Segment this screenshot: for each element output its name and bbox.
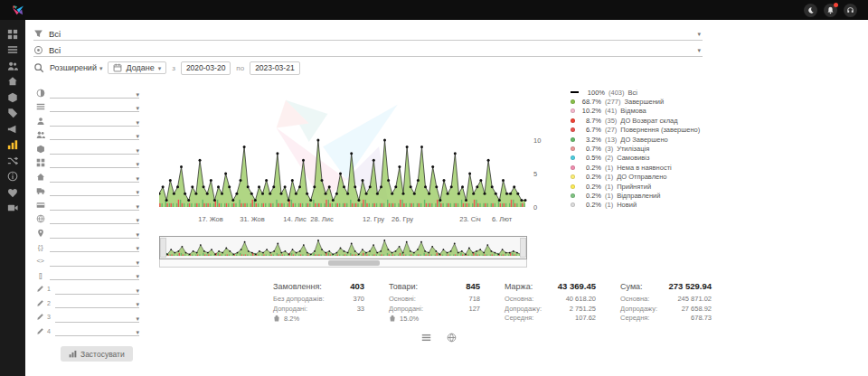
- filter-region-field[interactable]: ▾: [50, 213, 139, 224]
- filter-custom-field-4[interactable]: 4▾: [35, 324, 139, 339]
- legend-item[interactable]: 0.2%(1)Нема в наявності: [571, 163, 700, 172]
- filter-delivery-field[interactable]: ▾: [50, 185, 139, 196]
- scrollbar-thumb[interactable]: [328, 260, 380, 266]
- filter-custom-2-field[interactable]: ▾: [50, 256, 139, 267]
- stat-subrow: Допродані:33: [273, 305, 364, 315]
- nav-favorites[interactable]: [5, 186, 21, 198]
- legend-item[interactable]: 0.7%(3)Утилізація: [571, 144, 700, 153]
- status-icon: [35, 89, 45, 98]
- nav-clients[interactable]: [5, 60, 21, 71]
- filter-custom-field-1-field[interactable]: ▾: [55, 284, 139, 295]
- svg-text:14. Лис: 14. Лис: [283, 215, 307, 223]
- custom-field-number: 1: [47, 286, 51, 292]
- legend-item[interactable]: 8.7%(35)ДО Возврат склад: [571, 116, 700, 125]
- filter-category[interactable]: ▾: [35, 156, 139, 171]
- search-icon[interactable]: [33, 62, 44, 73]
- brush-handle-left[interactable]: [160, 238, 166, 258]
- filter-delivery[interactable]: ▾: [35, 184, 139, 199]
- pencil-icon: [35, 327, 45, 335]
- filter-custom-1-field[interactable]: ▾: [50, 241, 139, 252]
- legend-item[interactable]: 0.2%(1)Новий: [571, 201, 700, 210]
- filter-warehouse-field[interactable]: ▾: [50, 172, 139, 183]
- filter-status[interactable]: ▾: [35, 86, 139, 100]
- filter-manager-field[interactable]: ▾: [50, 116, 139, 127]
- legend-item[interactable]: 0.2%(1)Прийнятий: [571, 182, 700, 191]
- search-mode-select[interactable]: Розширений ▾: [50, 63, 102, 72]
- chevron-down-icon: ▾: [136, 175, 139, 182]
- chevron-down-icon: ▾: [136, 329, 139, 335]
- chevron-down-icon: ▾: [99, 65, 103, 71]
- stat-margin: Маржа:43 369.45Основна:40 618.20Допродаж…: [505, 281, 596, 324]
- filter-group[interactable]: ▾: [35, 128, 139, 143]
- orders-chart[interactable]: 17. Жов31. Жов14. Лис28. Лис12. Гру26. Г…: [159, 86, 561, 230]
- nav-marketing[interactable]: [5, 123, 21, 135]
- box-icon: [7, 92, 18, 103]
- notifications-button[interactable]: [824, 4, 837, 17]
- nav-statistics[interactable]: [5, 139, 21, 151]
- legend-item[interactable]: 0.5%(2)Самовивіз: [571, 154, 700, 163]
- nav-integrations[interactable]: [5, 155, 21, 166]
- app-logo[interactable]: [11, 5, 24, 16]
- legend-item[interactable]: 100%(403)Всі: [571, 88, 700, 97]
- filter-source-field[interactable]: ▾: [50, 101, 139, 112]
- filter-row-targets[interactable]: Всі ▾: [33, 43, 703, 57]
- chart-section: 17. Жов31. Жов14. Лис28. Лис12. Гру26. Г…: [159, 86, 868, 230]
- nav-tutorials[interactable]: [5, 202, 21, 214]
- chart-legend: 100%(403)Всі68.7%(277)Завершений10.2%(41…: [571, 86, 700, 230]
- filter-payment-field[interactable]: ▾: [50, 200, 139, 211]
- list-view-button[interactable]: [421, 333, 431, 343]
- filter-status-field[interactable]: ▾: [50, 88, 139, 99]
- filter-custom-3[interactable]: []▾: [35, 268, 139, 283]
- filter-product[interactable]: ▾: [35, 142, 139, 156]
- nav-prices[interactable]: [5, 108, 21, 119]
- globe-button[interactable]: [447, 333, 457, 343]
- calendar-icon: [113, 63, 122, 72]
- filter-custom-3-field[interactable]: ▾: [50, 269, 139, 280]
- brush-scrollbar[interactable]: [159, 259, 527, 268]
- stat-subrow: Середня:678.73: [620, 314, 712, 324]
- brush-area[interactable]: [159, 236, 527, 259]
- dark-mode-button[interactable]: [804, 4, 817, 17]
- filter-manager[interactable]: ▾: [35, 114, 139, 128]
- svg-text:23. Січ: 23. Січ: [459, 215, 481, 223]
- apply-filters-button[interactable]: Застосувати: [61, 346, 133, 362]
- filter-warehouse[interactable]: ▾: [35, 170, 139, 184]
- legend-item[interactable]: 6.7%(27)Повернення (завершено): [571, 126, 700, 135]
- filter-custom-field-2[interactable]: 2▾: [35, 296, 139, 311]
- date-field-select[interactable]: Додане ▾: [108, 61, 166, 74]
- filter-custom-field-1[interactable]: 1▾: [35, 282, 139, 296]
- nav-info[interactable]: [5, 171, 21, 183]
- support-button[interactable]: [844, 4, 857, 17]
- legend-item[interactable]: 10.2%(41)Відмова: [571, 107, 700, 116]
- legend-item[interactable]: 68.7%(277)Завершений: [571, 97, 700, 106]
- filter-payment[interactable]: ▾: [35, 198, 139, 212]
- svg-text:0: 0: [533, 203, 537, 212]
- legend-item[interactable]: 0.2%(1)ДО Отправлено: [571, 173, 700, 182]
- brush-handle-right[interactable]: [520, 238, 526, 258]
- filter-custom-1[interactable]: {;}▾: [35, 240, 139, 255]
- filter-custom-field-3-field[interactable]: ▾: [55, 312, 139, 323]
- chevron-down-icon: ▾: [136, 105, 139, 111]
- legend-item[interactable]: 3.2%(13)ДО Завершено: [571, 135, 700, 144]
- filter-product-field[interactable]: ▾: [50, 144, 139, 155]
- nav-products[interactable]: [5, 91, 21, 103]
- nav-dashboard[interactable]: [5, 28, 21, 40]
- filter-custom-field-2-field[interactable]: ▾: [55, 297, 139, 308]
- nav-store[interactable]: [5, 76, 21, 88]
- svg-text:10: 10: [533, 136, 541, 145]
- legend-item[interactable]: 0.2%(1)Відправлений: [571, 191, 700, 200]
- legend-dot-mark: [571, 202, 575, 207]
- filter-city[interactable]: ▾: [35, 226, 139, 240]
- filter-custom-field-3[interactable]: 3▾: [35, 310, 139, 324]
- filter-city-field[interactable]: ▾: [50, 228, 139, 239]
- filter-category-field[interactable]: ▾: [50, 157, 139, 168]
- filter-source[interactable]: ▾: [35, 100, 139, 115]
- date-to-input[interactable]: 2023-03-21: [250, 61, 299, 75]
- filter-custom-field-4-field[interactable]: ▾: [55, 325, 139, 336]
- filter-custom-2[interactable]: <>▾: [35, 254, 139, 268]
- nav-orders[interactable]: [5, 44, 21, 56]
- date-from-input[interactable]: 2020-03-20: [181, 61, 231, 75]
- filter-region[interactable]: ▾: [35, 212, 139, 227]
- filter-row-statuses[interactable]: Всі ▾: [33, 27, 703, 41]
- filter-group-field[interactable]: ▾: [50, 129, 139, 140]
